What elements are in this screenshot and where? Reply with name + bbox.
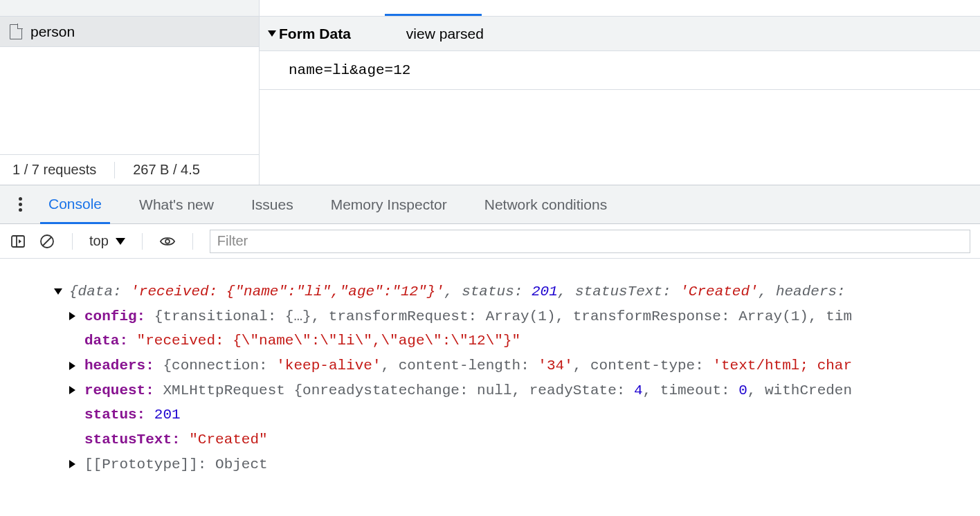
prop-val: {transitional: {…}, transformRequest: Ar… xyxy=(145,308,852,324)
clear-icon xyxy=(39,234,55,249)
console-object-summary[interactable]: {data: 'received: {"name":"li","age":"12… xyxy=(54,279,972,304)
request-name: person xyxy=(30,24,75,40)
prop-key: statusText: xyxy=(84,432,181,448)
tab-memory-inspector[interactable]: Memory Inspector xyxy=(323,185,455,223)
prop-key: request: xyxy=(84,383,154,398)
svg-point-5 xyxy=(165,239,170,243)
console-prop-prototype[interactable]: [[Prototype]]: Object xyxy=(54,452,972,477)
status-divider xyxy=(114,162,115,178)
active-subtab-indicator xyxy=(385,0,482,16)
console-prop-config[interactable]: config: {transitional: {…}, transformReq… xyxy=(54,304,972,329)
top-tab-strip xyxy=(0,0,980,17)
file-icon xyxy=(10,24,22,39)
prop-val: "Created" xyxy=(181,432,268,448)
svg-marker-2 xyxy=(19,239,21,243)
more-tools-button[interactable] xyxy=(0,197,40,212)
console-output: {data: 'received: {"name":"li","age":"12… xyxy=(0,259,980,486)
network-request-list: person 1 / 7 requests 267 B / 4.5 xyxy=(0,17,260,185)
view-parsed-button[interactable]: view parsed xyxy=(406,26,484,42)
tab-console[interactable]: Console xyxy=(40,186,110,224)
console-prop-headers[interactable]: headers: {connection: 'keep-alive', cont… xyxy=(54,353,972,378)
request-count: 1 / 7 requests xyxy=(12,162,96,178)
prop-key: data: xyxy=(84,333,128,349)
form-data-header: Form Data view parsed xyxy=(260,17,980,51)
prop-val: "received: {\"name\":\"li\",\"age\":\"12… xyxy=(128,333,520,349)
console-toolbar: top xyxy=(0,224,980,259)
context-label: top xyxy=(89,233,109,249)
svg-rect-0 xyxy=(12,236,24,247)
summary-key: status: xyxy=(462,284,532,300)
upper-panel: person 1 / 7 requests 267 B / 4.5 Form D… xyxy=(0,17,980,185)
console-prop-status[interactable]: status: 201 xyxy=(54,403,972,427)
form-data-pane: Form Data view parsed name=li&age=12 xyxy=(260,17,980,185)
request-list-spacer xyxy=(0,47,259,154)
brace: { xyxy=(69,284,78,300)
summary-key: headers: xyxy=(776,284,846,300)
toolbar-divider xyxy=(142,233,143,250)
prop-key: status: xyxy=(84,407,145,423)
console-prop-request[interactable]: request: XMLHttpRequest {onreadystatecha… xyxy=(54,378,972,403)
tab-issues[interactable]: Issues xyxy=(243,185,302,223)
console-prop-data[interactable]: data: "received: {\"name\":\"li\",\"age\… xyxy=(54,329,972,353)
form-data-title: Form Data xyxy=(279,26,351,42)
more-vertical-icon xyxy=(19,197,22,212)
toolbar-divider xyxy=(192,233,193,250)
triangle-down-icon xyxy=(54,288,62,295)
network-request-row[interactable]: person xyxy=(0,17,259,47)
summary-val: 201 xyxy=(532,284,558,300)
transfer-size: 267 B / 4.5 xyxy=(133,162,200,178)
triangle-right-icon xyxy=(69,386,75,394)
triangle-down-icon xyxy=(268,30,276,37)
prop-key: headers: xyxy=(84,358,154,374)
triangle-right-icon xyxy=(69,362,75,370)
summary-key: statusText: xyxy=(575,284,680,300)
form-data-body: name=li&age=12 xyxy=(260,51,980,90)
live-expression-button[interactable] xyxy=(159,233,176,250)
summary-val: 'received: {"name":"li","age":"12"}' xyxy=(130,284,444,300)
network-status-bar: 1 / 7 requests 267 B / 4.5 xyxy=(0,154,259,185)
toolbar-divider xyxy=(72,233,73,250)
tab-network-conditions[interactable]: Network conditions xyxy=(476,185,615,223)
drawer-tab-bar: Console What's new Issues Memory Inspect… xyxy=(0,185,980,224)
panel-left-icon xyxy=(10,234,26,249)
prop-key: config: xyxy=(84,308,145,324)
form-data-section-toggle[interactable]: Form Data xyxy=(268,26,351,42)
console-filter-input[interactable] xyxy=(210,230,970,253)
toggle-sidebar-button[interactable] xyxy=(10,233,26,250)
console-prop-statustext[interactable]: statusText: "Created" xyxy=(54,427,972,452)
svg-line-4 xyxy=(43,237,51,246)
clear-console-button[interactable] xyxy=(39,233,55,250)
triangle-right-icon xyxy=(69,460,75,468)
triangle-right-icon xyxy=(69,312,75,320)
summary-val: 'Created' xyxy=(680,284,758,300)
prop-key: [[Prototype]]: xyxy=(84,457,206,472)
top-strip-left xyxy=(0,0,260,16)
prop-val: Object xyxy=(206,457,267,472)
eye-icon xyxy=(159,234,176,249)
tab-whats-new[interactable]: What's new xyxy=(131,185,222,223)
caret-down-icon xyxy=(116,238,125,245)
prop-val: 201 xyxy=(145,407,180,423)
summary-key: data: xyxy=(78,284,131,300)
execution-context-select[interactable]: top xyxy=(89,233,125,249)
